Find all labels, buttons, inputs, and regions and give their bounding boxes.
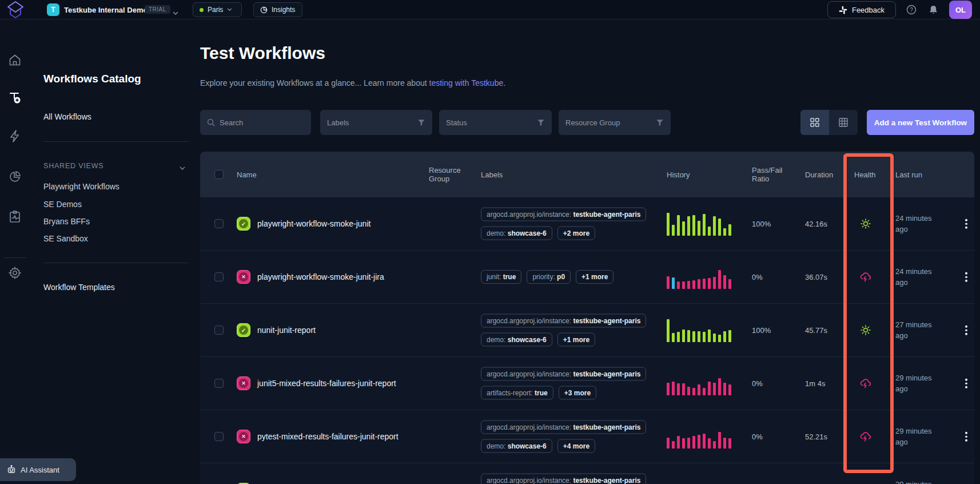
row-menu-kebab-icon[interactable]: [962, 432, 971, 442]
home-icon[interactable]: [0, 49, 30, 72]
labels-filter-dropdown[interactable]: Labels: [320, 110, 432, 135]
column-header-pass-fail[interactable]: Pass/Fail Ratio: [752, 166, 786, 183]
column-header-name[interactable]: Name: [237, 170, 257, 178]
help-icon[interactable]: ?: [906, 5, 917, 17]
history-bar-chart[interactable]: [667, 478, 735, 484]
history-bar-chart[interactable]: [667, 318, 735, 342]
table-row[interactable]: ✓ nunit-junit-report argocd.argoproj.io/…: [200, 303, 974, 356]
environment-selector[interactable]: Paris: [193, 2, 242, 17]
shared-views-chevron-down-icon[interactable]: [180, 162, 185, 173]
search-input[interactable]: Search: [200, 110, 311, 135]
select-all-checkbox[interactable]: [214, 170, 224, 179]
table-row[interactable]: ✓ argocd.argoproj.io/instance: testkube-…: [200, 463, 974, 484]
workflow-name[interactable]: nunit-junit-report: [257, 326, 316, 335]
history-bar-chart[interactable]: [667, 425, 735, 449]
table-view-button[interactable]: [829, 110, 858, 135]
row-menu-kebab-icon[interactable]: [962, 326, 971, 335]
history-bar-chart[interactable]: [667, 371, 735, 395]
table-row[interactable]: ✓ playwright-workflow-smoke-junit argocd…: [200, 197, 974, 250]
testkube-logo-icon[interactable]: [6, 1, 25, 21]
more-labels-chip[interactable]: +1 more: [557, 333, 595, 347]
pass-fail-ratio: 0%: [752, 433, 763, 441]
org-name[interactable]: Testkube Internal Demo: [64, 0, 148, 19]
feedback-button[interactable]: Feedback: [827, 1, 896, 18]
duration: 45.77s: [805, 326, 827, 335]
sidebar-item-playwright-workflows[interactable]: Playwright Workflows: [43, 182, 119, 191]
row-checkbox[interactable]: [214, 379, 224, 388]
table-row[interactable]: ✕ junit5-mixed-results-failures-junit-re…: [200, 356, 974, 410]
resource-group-filter-dropdown[interactable]: Resource Group: [559, 110, 671, 135]
last-run: 24 minutes ago: [895, 213, 941, 235]
test-results-icon[interactable]: [0, 205, 30, 228]
history-bar-chart[interactable]: [667, 265, 735, 289]
feedback-label: Feedback: [852, 6, 885, 14]
subtitle-period: .: [503, 78, 505, 88]
notifications-bell-icon[interactable]: [929, 5, 938, 17]
table-row[interactable]: ✕ pytest-mixed-results-failures-junit-re…: [200, 410, 974, 463]
label-chip[interactable]: demo: showcase-6: [481, 439, 552, 453]
testing-with-testkube-link[interactable]: testing with Testkube: [429, 78, 504, 88]
status-filter-label: Status: [446, 118, 467, 127]
row-menu-kebab-icon[interactable]: [962, 272, 971, 282]
status-pages-pie-icon[interactable]: [0, 165, 30, 188]
view-toggle: [800, 110, 858, 135]
label-chip[interactable]: argocd.argoproj.io/instance: testkube-ag…: [481, 367, 646, 381]
column-header-last-run[interactable]: Last run: [895, 170, 922, 178]
last-run: 29 minutes ago: [895, 372, 941, 394]
grid-view-button[interactable]: [800, 110, 829, 135]
row-checkbox[interactable]: [214, 272, 224, 281]
sidebar-item-all-workflows[interactable]: All Workflows: [43, 112, 91, 121]
label-chip[interactable]: demo: showcase-6: [481, 227, 552, 240]
status-filter-dropdown[interactable]: Status: [439, 110, 552, 135]
more-labels-chip[interactable]: +4 more: [557, 439, 595, 453]
workflows-icon[interactable]: [0, 86, 30, 109]
label-chip[interactable]: priority: p0: [527, 270, 571, 284]
more-labels-chip[interactable]: +3 more: [559, 386, 596, 400]
funnel-icon: [656, 119, 664, 126]
column-header-duration[interactable]: Duration: [805, 170, 833, 178]
row-checkbox[interactable]: [214, 432, 224, 441]
column-header-health[interactable]: Health: [854, 170, 876, 178]
column-header-resource-group[interactable]: Resource Group: [429, 166, 464, 183]
label-chip[interactable]: argocd.argoproj.io/instance: testkube-ag…: [481, 208, 646, 221]
label-chip[interactable]: argocd.argoproj.io/instance: testkube-ag…: [481, 474, 646, 484]
column-header-history[interactable]: History: [667, 170, 690, 178]
user-avatar[interactable]: OL: [949, 1, 972, 19]
more-labels-chip[interactable]: +1 more: [576, 270, 614, 284]
labels-cell: argocd.argoproj.io/instance: testkube-ag…: [481, 314, 658, 347]
workflow-name[interactable]: pytest-mixed-results-failures-junit-repo…: [257, 432, 399, 441]
settings-gear-icon[interactable]: [0, 261, 30, 284]
status-badge-failed: ✕: [237, 270, 250, 284]
triggers-lightning-icon[interactable]: [0, 125, 30, 148]
sidebar-item-bryans-bffs[interactable]: Bryans BFFs: [43, 217, 90, 226]
sidebar-item-se-demos[interactable]: SE Demos: [43, 200, 82, 209]
grid-view-icon: [810, 117, 820, 128]
label-chip[interactable]: demo: showcase-6: [481, 333, 552, 347]
sidebar-item-workflow-templates[interactable]: Workflow Templates: [43, 283, 115, 292]
label-chip[interactable]: artifacts-report: true: [481, 386, 553, 400]
sidebar-item-se-sandbox[interactable]: SE Sandbox: [43, 234, 88, 243]
row-checkbox[interactable]: [214, 219, 224, 228]
row-menu-kebab-icon[interactable]: [962, 379, 971, 388]
row-checkbox[interactable]: [214, 326, 224, 335]
add-test-workflow-button[interactable]: Add a new Test Workflow: [867, 110, 974, 135]
label-chip[interactable]: argocd.argoproj.io/instance: testkube-ag…: [481, 420, 646, 434]
insights-button[interactable]: Insights: [253, 2, 302, 17]
workflow-name[interactable]: playwright-workflow-smoke-junit-jira: [257, 272, 384, 281]
label-chip[interactable]: junit: true: [481, 270, 521, 284]
org-chevron-down-icon[interactable]: [173, 7, 178, 18]
column-header-labels[interactable]: Labels: [481, 170, 503, 178]
table-row[interactable]: ✕ playwright-workflow-smoke-junit-jira j…: [200, 250, 974, 303]
more-labels-chip[interactable]: +2 more: [557, 227, 595, 240]
row-menu-kebab-icon[interactable]: [962, 219, 971, 229]
health-sun-icon: [858, 324, 874, 336]
workflow-name[interactable]: junit5-mixed-results-failures-junit-repo…: [257, 379, 396, 388]
label-chip[interactable]: argocd.argoproj.io/instance: testkube-ag…: [481, 314, 646, 328]
insights-icon: [260, 6, 268, 14]
shared-views-header[interactable]: SHARED VIEWS: [43, 162, 103, 170]
history-bar-chart[interactable]: [667, 212, 735, 236]
workflow-name[interactable]: playwright-workflow-smoke-junit: [257, 219, 371, 228]
last-run: 24 minutes ago: [895, 266, 941, 288]
ai-assistant-button[interactable]: AI Assistant: [0, 458, 76, 481]
pass-fail-ratio: 100%: [752, 220, 771, 228]
